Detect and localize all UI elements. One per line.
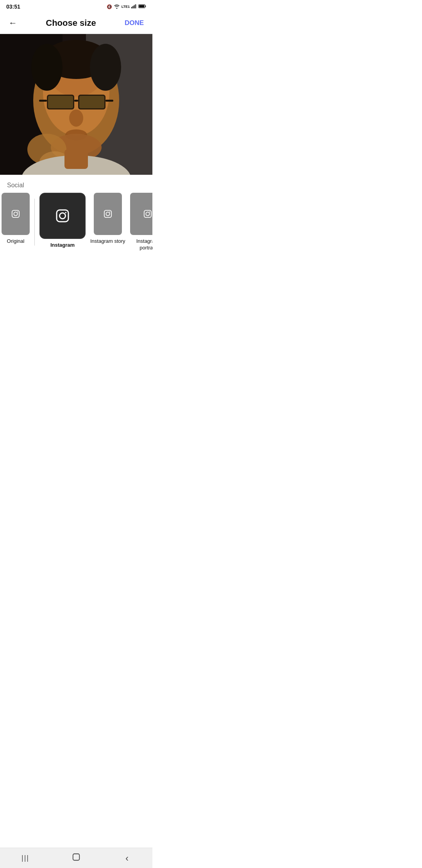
svg-rect-17 xyxy=(79,96,104,108)
done-button[interactable]: DONE xyxy=(123,18,145,29)
portrait-label: Instagram portrait xyxy=(130,238,152,251)
story-label: Instagram story xyxy=(90,238,125,245)
photo-image xyxy=(0,34,152,175)
svg-rect-30 xyxy=(64,149,88,169)
svg-rect-19 xyxy=(39,100,47,102)
svg-point-28 xyxy=(31,44,63,91)
svg-point-39 xyxy=(109,212,110,212)
svg-point-35 xyxy=(60,213,66,219)
svg-point-42 xyxy=(149,212,150,212)
svg-rect-0 xyxy=(131,7,132,8)
toolbar: ← Choose size DONE xyxy=(0,13,152,34)
svg-rect-6 xyxy=(139,5,145,7)
svg-point-38 xyxy=(106,212,109,215)
original-label: Original xyxy=(7,238,25,245)
battery-icon xyxy=(138,4,146,9)
size-option-story[interactable]: Instagram story xyxy=(90,193,125,245)
status-icons: 🔇 LTE1 xyxy=(107,4,146,10)
svg-point-36 xyxy=(65,212,66,213)
lte-icon: LTE1 xyxy=(122,5,130,9)
social-section-label: Social xyxy=(0,175,152,193)
wifi-icon xyxy=(114,4,120,10)
svg-rect-4 xyxy=(136,4,137,9)
svg-rect-3 xyxy=(135,4,136,9)
svg-point-33 xyxy=(17,212,18,212)
svg-rect-2 xyxy=(134,5,134,8)
svg-rect-20 xyxy=(106,100,113,102)
size-option-portrait[interactable]: Instagram portrait xyxy=(130,193,152,251)
instagram-label: Instagram xyxy=(50,242,75,249)
photo-area xyxy=(0,34,152,175)
svg-point-32 xyxy=(14,212,17,215)
svg-rect-18 xyxy=(74,100,78,102)
signal-icon xyxy=(131,4,137,9)
mute-icon: 🔇 xyxy=(107,4,112,9)
section-divider xyxy=(34,199,35,246)
page-title: Choose size xyxy=(23,18,119,28)
status-bar: 03:51 🔇 LTE1 xyxy=(0,0,152,13)
svg-rect-34 xyxy=(57,210,68,222)
svg-rect-40 xyxy=(144,210,151,217)
size-options-row: Original Instagram Instagram story xyxy=(0,193,152,259)
svg-rect-37 xyxy=(104,210,111,217)
svg-rect-7 xyxy=(145,5,146,7)
svg-rect-31 xyxy=(12,210,19,217)
svg-point-29 xyxy=(90,44,121,91)
back-button[interactable]: ← xyxy=(7,16,19,30)
svg-rect-16 xyxy=(48,96,73,108)
size-option-instagram[interactable]: Instagram xyxy=(39,193,86,249)
svg-point-21 xyxy=(69,109,83,127)
status-time: 03:51 xyxy=(6,4,20,10)
svg-point-41 xyxy=(146,212,149,215)
svg-rect-1 xyxy=(132,6,133,8)
size-option-original[interactable]: Original xyxy=(2,193,30,245)
